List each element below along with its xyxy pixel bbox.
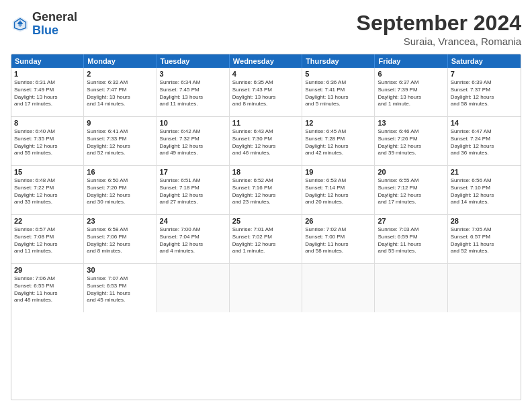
cell-info-line: Sunrise: 6:50 AM	[87, 177, 153, 185]
cell-info-line: Daylight: 13 hours	[232, 94, 299, 101]
cell-info-line: Daylight: 11 hours	[378, 241, 444, 248]
page: General Blue September 2024 Suraia, Vran…	[0, 0, 532, 411]
cell-info-line: Sunrise: 6:36 AM	[305, 79, 371, 87]
cell-info-line: Daylight: 12 hours	[451, 94, 518, 101]
cal-cell-0-0: 1Sunrise: 6:31 AMSunset: 7:49 PMDaylight…	[11, 68, 84, 116]
cell-info-line: Daylight: 12 hours	[87, 192, 153, 199]
cell-info-line: Sunset: 7:39 PM	[378, 87, 444, 94]
cell-info-line: Daylight: 11 hours	[14, 290, 81, 298]
header-monday: Monday	[84, 54, 157, 68]
cell-info-line: Sunrise: 7:05 AM	[451, 226, 518, 234]
cell-info-line: Sunset: 6:59 PM	[378, 234, 444, 241]
day-number: 26	[305, 217, 371, 225]
header-wednesday: Wednesday	[230, 54, 302, 68]
cell-info-line: and 1 minute.	[232, 248, 299, 255]
day-number: 13	[378, 119, 444, 127]
cell-info-line: Sunset: 6:53 PM	[87, 283, 153, 290]
cell-info-line: Sunset: 7:08 PM	[14, 234, 81, 241]
cell-info-line: and 33 minutes.	[14, 199, 81, 206]
cell-info-line: Sunrise: 7:03 AM	[378, 226, 444, 234]
cal-cell-2-2: 17Sunrise: 6:51 AMSunset: 7:18 PMDayligh…	[157, 166, 230, 214]
cell-info-line: Sunrise: 6:53 AM	[305, 177, 371, 185]
cal-cell-4-2	[157, 264, 230, 312]
cell-info-line: and 5 minutes.	[305, 101, 371, 108]
cell-info-line: Daylight: 12 hours	[232, 241, 299, 248]
cell-info-line: Sunrise: 6:46 AM	[378, 128, 444, 136]
day-number: 3	[160, 70, 226, 78]
cell-info-line: Sunrise: 6:41 AM	[87, 128, 153, 136]
day-number: 6	[378, 70, 444, 78]
cal-cell-2-6: 21Sunrise: 6:56 AMSunset: 7:10 PMDayligh…	[448, 166, 521, 214]
cell-info-line: Sunrise: 6:35 AM	[232, 79, 299, 87]
cal-cell-2-1: 16Sunrise: 6:50 AMSunset: 7:20 PMDayligh…	[84, 166, 157, 214]
header-friday: Friday	[375, 54, 447, 68]
cell-info-line: Sunrise: 6:47 AM	[451, 128, 518, 136]
cell-info-line: Sunset: 7:30 PM	[232, 136, 299, 143]
cell-info-line: Sunset: 7:22 PM	[14, 185, 81, 192]
month-year: September 2024	[357, 11, 521, 36]
cell-info-line: and 23 minutes.	[232, 199, 299, 206]
cell-info-line: Sunrise: 6:40 AM	[14, 128, 81, 136]
cell-info-line: Sunset: 7:37 PM	[451, 87, 518, 94]
day-number: 21	[451, 168, 518, 176]
day-number: 10	[160, 119, 226, 127]
cell-info-line: Daylight: 13 hours	[305, 94, 371, 101]
cell-info-line: Daylight: 11 hours	[451, 241, 518, 248]
cell-info-line: Sunset: 7:06 PM	[87, 234, 153, 241]
cell-info-line: and 14 minutes.	[87, 101, 153, 108]
cal-cell-4-0: 29Sunrise: 7:06 AMSunset: 6:55 PMDayligh…	[11, 264, 84, 312]
cal-cell-0-6: 7Sunrise: 6:39 AMSunset: 7:37 PMDaylight…	[448, 68, 521, 116]
cal-cell-3-2: 24Sunrise: 7:00 AMSunset: 7:04 PMDayligh…	[157, 215, 230, 263]
cell-info-line: Daylight: 13 hours	[160, 94, 226, 101]
cell-info-line: Sunset: 7:43 PM	[232, 87, 299, 94]
cell-info-line: Daylight: 11 hours	[305, 241, 371, 248]
cell-info-line: and 17 minutes.	[14, 101, 81, 108]
cell-info-line: Daylight: 12 hours	[160, 241, 226, 248]
cell-info-line: Daylight: 12 hours	[451, 143, 518, 150]
day-number: 29	[14, 266, 81, 274]
cell-info-line: and 11 minutes.	[14, 248, 81, 255]
cell-info-line: and 55 minutes.	[14, 150, 81, 157]
day-number: 19	[305, 168, 371, 176]
calendar-body: 1Sunrise: 6:31 AMSunset: 7:49 PMDaylight…	[11, 68, 521, 312]
cell-info-line: and 52 minutes.	[451, 248, 518, 255]
cell-info-line: and 52 minutes.	[87, 150, 153, 157]
day-number: 4	[232, 70, 299, 78]
cell-info-line: Daylight: 12 hours	[232, 192, 299, 199]
cell-info-line: Sunrise: 7:02 AM	[305, 226, 371, 234]
day-number: 11	[232, 119, 299, 127]
cell-info-line: and 8 minutes.	[232, 101, 299, 108]
calendar-header: Sunday Monday Tuesday Wednesday Thursday…	[11, 54, 521, 68]
cell-info-line: and 45 minutes.	[87, 297, 153, 304]
cell-info-line: Sunset: 7:16 PM	[232, 185, 299, 192]
day-number: 7	[451, 70, 518, 78]
day-number: 17	[160, 168, 226, 176]
cal-cell-0-3: 4Sunrise: 6:35 AMSunset: 7:43 PMDaylight…	[230, 68, 302, 116]
cell-info-line: Sunrise: 6:56 AM	[451, 177, 518, 185]
cell-info-line: Sunset: 6:57 PM	[451, 234, 518, 241]
logo-icon	[11, 15, 30, 34]
cell-info-line: and 11 minutes.	[160, 101, 226, 108]
day-number: 2	[87, 70, 153, 78]
cal-cell-2-0: 15Sunrise: 6:48 AMSunset: 7:22 PMDayligh…	[11, 166, 84, 214]
cell-info-line: Sunset: 7:10 PM	[451, 185, 518, 192]
cell-info-line: and 49 minutes.	[160, 150, 226, 157]
cell-info-line: Daylight: 12 hours	[378, 192, 444, 199]
cell-info-line: Sunset: 7:41 PM	[305, 87, 371, 94]
logo-text: General Blue	[32, 11, 77, 38]
cell-info-line: and 55 minutes.	[378, 248, 444, 255]
cell-info-line: Daylight: 12 hours	[160, 192, 226, 199]
location: Suraia, Vrancea, Romania	[357, 36, 521, 47]
cell-info-line: and 8 minutes.	[87, 248, 153, 255]
cal-cell-4-1: 30Sunrise: 7:07 AMSunset: 6:53 PMDayligh…	[84, 264, 157, 312]
cal-cell-1-3: 11Sunrise: 6:43 AMSunset: 7:30 PMDayligh…	[230, 117, 302, 165]
cell-info-line: and 4 minutes.	[160, 248, 226, 255]
cal-cell-0-5: 6Sunrise: 6:37 AMSunset: 7:39 PMDaylight…	[375, 68, 447, 116]
logo-general: General	[32, 11, 77, 24]
day-number: 16	[87, 168, 153, 176]
cell-info-line: Sunrise: 7:06 AM	[14, 275, 81, 283]
cal-cell-1-0: 8Sunrise: 6:40 AMSunset: 7:35 PMDaylight…	[11, 117, 84, 165]
cell-info-line: Daylight: 11 hours	[87, 290, 153, 298]
cal-cell-3-1: 23Sunrise: 6:58 AMSunset: 7:06 PMDayligh…	[84, 215, 157, 263]
header-thursday: Thursday	[302, 54, 375, 68]
